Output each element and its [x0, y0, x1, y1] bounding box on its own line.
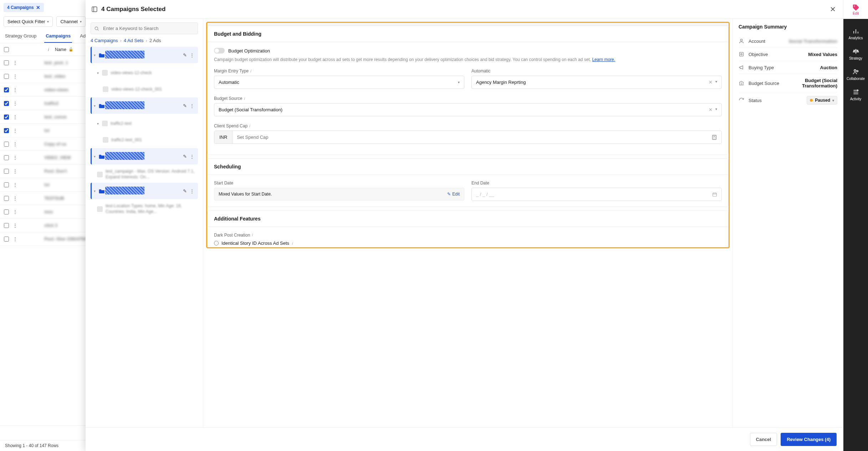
- tree-campaign-row[interactable]: ▾ ✎ ⋮: [91, 97, 198, 114]
- row-more-icon[interactable]: ⋮: [11, 101, 19, 106]
- client-spend-cap-label: Client Spend Capi: [214, 123, 722, 128]
- row-more-icon[interactable]: ⋮: [11, 168, 19, 174]
- tab-campaigns[interactable]: Campaigns: [44, 30, 72, 43]
- row-more-icon[interactable]: ⋮: [11, 155, 19, 160]
- tree-ad-row[interactable]: traffic2-text_001: [91, 132, 198, 148]
- campaign-name-redacted: [105, 187, 144, 194]
- tree-adset-row[interactable]: test-Location Types: home, Min Age: 18, …: [91, 201, 198, 217]
- budget-optimization-toggle[interactable]: [214, 48, 225, 54]
- row-checkbox[interactable]: [4, 60, 9, 65]
- tree-campaign-row[interactable]: ▾ ✎ ⋮: [91, 148, 198, 164]
- row-checkbox[interactable]: [4, 101, 9, 106]
- quick-filter-select[interactable]: Select Quick Filter ▾: [4, 16, 53, 27]
- row-more-icon[interactable]: ⋮: [11, 236, 19, 242]
- edit-icon[interactable]: ✎: [182, 152, 188, 161]
- rail-collaborate[interactable]: Collaborate: [843, 65, 868, 84]
- status-select[interactable]: Paused ▾: [807, 96, 837, 105]
- more-icon[interactable]: ⋮: [188, 51, 196, 59]
- row-checkbox[interactable]: [4, 142, 9, 147]
- row-checkbox[interactable]: [4, 237, 9, 242]
- info-icon: i: [292, 241, 293, 245]
- automatic-select[interactable]: Agency Margin Reprting ✕▾: [471, 76, 722, 89]
- filter-chip-campaigns[interactable]: 4 Campaigns ✕: [4, 3, 44, 12]
- close-button[interactable]: ✕: [828, 4, 837, 15]
- summary-objective-label: Objective: [749, 52, 784, 57]
- tree-campaign-row[interactable]: ▾ ✎ ⋮: [91, 183, 198, 199]
- row-name: Post: /Stor 23924750: [19, 237, 86, 242]
- row-more-icon[interactable]: ⋮: [11, 74, 19, 79]
- rail-edit-button[interactable]: Edit: [852, 0, 860, 19]
- info-icon: i: [244, 96, 245, 101]
- chevron-down-icon: ▾: [832, 98, 834, 102]
- tree-campaign-row[interactable]: ▾ ✎ ⋮: [91, 47, 198, 63]
- summary-buying-label: Buying Type: [749, 65, 784, 70]
- row-checkbox[interactable]: [4, 115, 9, 120]
- adset-icon: [102, 70, 108, 76]
- row-name: VIDEO_VIEW: [19, 155, 71, 160]
- edit-icon[interactable]: ✎: [182, 187, 188, 195]
- channel-filter-select[interactable]: Channel ▾: [56, 16, 85, 27]
- tree-adset-row[interactable]: ▾ traffic2-text: [91, 115, 198, 132]
- svg-rect-15: [740, 52, 744, 56]
- row-more-icon[interactable]: ⋮: [11, 196, 19, 201]
- svg-rect-4: [713, 135, 716, 140]
- edit-icon[interactable]: ✎: [182, 51, 188, 59]
- edit-start-date-button[interactable]: ✎ Edit: [447, 192, 460, 197]
- more-icon[interactable]: ⋮: [188, 152, 196, 161]
- rail-strategy[interactable]: Strategy: [843, 44, 868, 64]
- spend-cap-input[interactable]: [233, 131, 707, 143]
- info-icon: i: [250, 69, 251, 73]
- chevron-right-icon: ›: [146, 38, 147, 43]
- identical-story-label: Identical Story ID Across Ad Sets: [221, 240, 289, 246]
- svg-point-24: [854, 70, 856, 71]
- row-more-icon[interactable]: ⋮: [11, 141, 19, 147]
- calculator-icon[interactable]: [707, 131, 721, 143]
- row-more-icon[interactable]: ⋮: [11, 114, 19, 120]
- rail-activity[interactable]: Activity: [843, 85, 868, 105]
- margin-entry-type-select[interactable]: Automatic ▾: [214, 76, 464, 89]
- row-more-icon[interactable]: ⋮: [11, 209, 19, 214]
- more-icon[interactable]: ⋮: [188, 187, 196, 195]
- row-checkbox[interactable]: [4, 196, 9, 201]
- row-more-icon[interactable]: ⋮: [11, 128, 19, 133]
- megaphone-icon: [739, 65, 745, 70]
- folder-icon: [99, 52, 105, 57]
- row-checkbox[interactable]: [4, 169, 9, 174]
- row-checkbox[interactable]: [4, 223, 9, 228]
- identical-story-radio[interactable]: [214, 241, 219, 245]
- clear-icon[interactable]: ✕: [709, 107, 713, 112]
- crumb-campaigns[interactable]: 4 Campaigns: [91, 38, 118, 43]
- chevron-down-icon: ▾: [715, 107, 717, 112]
- tree-ad-row[interactable]: video-views-12-check_001: [91, 81, 198, 97]
- edit-icon[interactable]: ✎: [182, 102, 188, 110]
- tab-strategy-group[interactable]: Strategy Group: [4, 30, 38, 43]
- learn-more-link[interactable]: Learn more.: [592, 57, 615, 62]
- row-checkbox[interactable]: [4, 182, 9, 187]
- row-checkbox[interactable]: [4, 87, 9, 92]
- end-date-input[interactable]: _ / _ / __: [471, 188, 722, 201]
- column-header-name[interactable]: Name: [55, 47, 66, 52]
- row-checkbox[interactable]: [4, 209, 9, 214]
- crumb-adsets[interactable]: 4 Ad Sets: [124, 38, 144, 43]
- row-name: mov: [19, 209, 53, 214]
- tree-adset-row[interactable]: ▾ video-views-12-check: [91, 65, 198, 81]
- cancel-button[interactable]: Cancel: [750, 433, 777, 446]
- row-more-icon[interactable]: ⋮: [11, 60, 19, 65]
- row-checkbox[interactable]: [4, 74, 9, 79]
- budget-source-select[interactable]: Budget (Social Transformation) ✕▾: [214, 103, 722, 116]
- close-icon[interactable]: ✕: [36, 5, 40, 10]
- row-more-icon[interactable]: ⋮: [11, 223, 19, 228]
- tree-adset-row[interactable]: test_campaign - Max. OS Version: Android…: [91, 166, 198, 183]
- row-more-icon[interactable]: ⋮: [11, 182, 19, 187]
- row-checkbox[interactable]: [4, 155, 9, 160]
- clear-icon[interactable]: ✕: [709, 80, 713, 85]
- select-all-checkbox[interactable]: [4, 47, 9, 52]
- row-checkbox[interactable]: [4, 128, 9, 133]
- more-icon[interactable]: ⋮: [188, 102, 196, 110]
- search-input[interactable]: [91, 22, 198, 34]
- svg-line-3: [98, 29, 99, 30]
- review-changes-button[interactable]: Review Changes (4): [781, 433, 837, 446]
- rail-analytics[interactable]: Analytics: [843, 24, 868, 44]
- row-more-icon[interactable]: ⋮: [11, 87, 19, 92]
- search-icon: [94, 26, 99, 31]
